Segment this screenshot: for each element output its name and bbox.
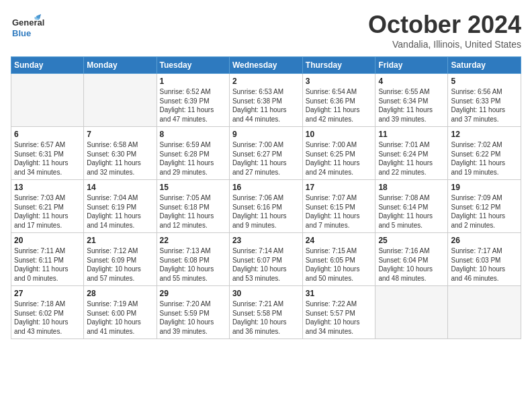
day-info: Sunrise: 6:52 AMSunset: 6:39 PMDaylight:…: [160, 87, 226, 124]
sunrise: Sunrise: 7:13 AM: [160, 246, 226, 256]
day-info: Sunrise: 6:53 AMSunset: 6:38 PMDaylight:…: [232, 87, 300, 124]
day-number: 6: [14, 130, 81, 139]
calendar-cell: 28Sunrise: 7:19 AMSunset: 6:00 PMDayligh…: [84, 286, 157, 339]
daylight: Daylight: 11 hours and 17 minutes.: [14, 212, 81, 230]
sunset: Sunset: 6:18 PM: [160, 203, 226, 212]
daylight: Daylight: 11 hours and 47 minutes.: [160, 105, 226, 124]
calendar-cell: 18Sunrise: 7:08 AMSunset: 6:14 PMDayligh…: [375, 180, 448, 233]
sunset: Sunset: 6:07 PM: [232, 256, 300, 265]
calendar-cell: 9Sunrise: 7:00 AMSunset: 6:27 PMDaylight…: [229, 127, 302, 180]
day-info: Sunrise: 6:55 AMSunset: 6:34 PMDaylight:…: [378, 87, 445, 124]
day-info: Sunrise: 7:15 AMSunset: 6:05 PMDaylight:…: [306, 246, 373, 283]
day-info: Sunrise: 6:57 AMSunset: 6:31 PMDaylight:…: [14, 140, 81, 177]
daylight: Daylight: 11 hours and 37 minutes.: [451, 105, 518, 124]
day-number: 17: [306, 183, 373, 192]
sunrise: Sunrise: 7:17 AM: [451, 246, 518, 256]
sunrise: Sunrise: 7:21 AM: [232, 300, 300, 309]
sunset: Sunset: 6:02 PM: [14, 309, 81, 318]
daylight: Daylight: 10 hours and 39 minutes.: [160, 318, 226, 336]
svg-text:General: General: [12, 17, 44, 28]
day-info: Sunrise: 7:00 AMSunset: 6:25 PMDaylight:…: [306, 140, 373, 177]
day-info: Sunrise: 7:11 AMSunset: 6:11 PMDaylight:…: [14, 246, 81, 283]
sunrise: Sunrise: 7:20 AM: [160, 300, 226, 309]
calendar-cell: 1Sunrise: 6:52 AMSunset: 6:39 PMDaylight…: [157, 74, 229, 127]
sunset: Sunset: 6:28 PM: [160, 150, 226, 159]
sunrise: Sunrise: 7:19 AM: [87, 300, 153, 309]
day-number: 13: [14, 183, 81, 192]
day-number: 24: [306, 236, 373, 245]
day-header-sunday: Sunday: [11, 57, 84, 74]
calendar-cell: 5Sunrise: 6:56 AMSunset: 6:33 PMDaylight…: [448, 74, 521, 127]
calendar-cell: 24Sunrise: 7:15 AMSunset: 6:05 PMDayligh…: [302, 233, 375, 286]
location: Vandalia, Illinois, United States: [368, 39, 521, 50]
sunset: Sunset: 6:08 PM: [160, 256, 226, 265]
sunrise: Sunrise: 6:59 AM: [160, 140, 226, 150]
calendar-cell: 21Sunrise: 7:12 AMSunset: 6:09 PMDayligh…: [84, 233, 157, 286]
day-info: Sunrise: 7:05 AMSunset: 6:18 PMDaylight:…: [160, 193, 226, 230]
calendar-table: SundayMondayTuesdayWednesdayThursdayFrid…: [11, 56, 521, 339]
day-info: Sunrise: 6:56 AMSunset: 6:33 PMDaylight:…: [451, 87, 518, 124]
sunset: Sunset: 6:34 PM: [378, 97, 445, 106]
day-number: 23: [232, 236, 300, 245]
daylight: Daylight: 11 hours and 24 minutes.: [306, 158, 373, 177]
sunrise: Sunrise: 6:53 AM: [232, 87, 300, 97]
sunset: Sunset: 5:59 PM: [160, 309, 226, 318]
sunset: Sunset: 6:30 PM: [87, 150, 153, 159]
sunrise: Sunrise: 7:01 AM: [378, 140, 445, 150]
sunset: Sunset: 6:11 PM: [14, 256, 81, 265]
day-number: 9: [232, 130, 300, 139]
day-header-tuesday: Tuesday: [157, 57, 229, 74]
day-info: Sunrise: 7:09 AMSunset: 6:12 PMDaylight:…: [451, 193, 518, 230]
calendar-cell: [11, 74, 84, 127]
title-block: October 2024 Vandalia, Illinois, United …: [368, 11, 521, 50]
day-info: Sunrise: 7:12 AMSunset: 6:09 PMDaylight:…: [87, 246, 153, 283]
sunrise: Sunrise: 7:05 AM: [160, 193, 226, 203]
daylight: Daylight: 10 hours and 48 minutes.: [378, 265, 445, 283]
sunrise: Sunrise: 7:00 AM: [306, 140, 373, 150]
calendar-cell: 29Sunrise: 7:20 AMSunset: 5:59 PMDayligh…: [157, 286, 229, 339]
daylight: Daylight: 10 hours and 57 minutes.: [87, 265, 153, 283]
day-info: Sunrise: 7:04 AMSunset: 6:19 PMDaylight:…: [87, 193, 153, 230]
sunset: Sunset: 6:05 PM: [306, 256, 373, 265]
daylight: Daylight: 11 hours and 27 minutes.: [232, 158, 300, 177]
calendar-cell: [375, 286, 448, 339]
day-number: 18: [378, 183, 445, 192]
daylight: Daylight: 11 hours and 22 minutes.: [378, 158, 445, 177]
sunrise: Sunrise: 6:56 AM: [451, 87, 518, 97]
sunset: Sunset: 6:39 PM: [160, 97, 226, 106]
day-info: Sunrise: 7:08 AMSunset: 6:14 PMDaylight:…: [378, 193, 445, 230]
sunrise: Sunrise: 7:03 AM: [14, 193, 81, 203]
day-info: Sunrise: 7:21 AMSunset: 5:58 PMDaylight:…: [232, 300, 300, 336]
daylight: Daylight: 11 hours and 39 minutes.: [378, 105, 445, 124]
day-info: Sunrise: 7:02 AMSunset: 6:22 PMDaylight:…: [451, 140, 518, 177]
day-number: 14: [87, 183, 153, 192]
svg-text:Blue: Blue: [12, 28, 31, 38]
sunset: Sunset: 6:16 PM: [232, 203, 300, 212]
calendar-cell: 27Sunrise: 7:18 AMSunset: 6:02 PMDayligh…: [11, 286, 84, 339]
sunset: Sunset: 6:15 PM: [306, 203, 373, 212]
sunrise: Sunrise: 6:55 AM: [378, 87, 445, 97]
sunrise: Sunrise: 7:11 AM: [14, 246, 81, 256]
sunset: Sunset: 6:12 PM: [451, 203, 518, 212]
day-number: 20: [14, 236, 81, 245]
day-info: Sunrise: 6:58 AMSunset: 6:30 PMDaylight:…: [87, 140, 153, 177]
day-info: Sunrise: 7:07 AMSunset: 6:15 PMDaylight:…: [306, 193, 373, 230]
day-number: 26: [451, 236, 518, 245]
logo-icon: General Blue: [11, 11, 44, 44]
calendar-cell: 6Sunrise: 6:57 AMSunset: 6:31 PMDaylight…: [11, 127, 84, 180]
daylight: Daylight: 11 hours and 5 minutes.: [378, 212, 445, 230]
day-number: 31: [306, 289, 373, 298]
sunrise: Sunrise: 7:09 AM: [451, 193, 518, 203]
month-title: October 2024: [368, 11, 521, 39]
calendar-cell: 13Sunrise: 7:03 AMSunset: 6:21 PMDayligh…: [11, 180, 84, 233]
sunrise: Sunrise: 7:08 AM: [378, 193, 445, 203]
calendar-cell: 11Sunrise: 7:01 AMSunset: 6:24 PMDayligh…: [375, 127, 448, 180]
day-info: Sunrise: 7:20 AMSunset: 5:59 PMDaylight:…: [160, 300, 226, 336]
page-header: General Blue October 2024 Vandalia, Illi…: [11, 11, 521, 50]
calendar-cell: 12Sunrise: 7:02 AMSunset: 6:22 PMDayligh…: [448, 127, 521, 180]
day-header-monday: Monday: [84, 57, 157, 74]
sunrise: Sunrise: 7:06 AM: [232, 193, 300, 203]
sunrise: Sunrise: 7:12 AM: [87, 246, 153, 256]
day-info: Sunrise: 7:00 AMSunset: 6:27 PMDaylight:…: [232, 140, 300, 177]
calendar-cell: 23Sunrise: 7:14 AMSunset: 6:07 PMDayligh…: [229, 233, 302, 286]
